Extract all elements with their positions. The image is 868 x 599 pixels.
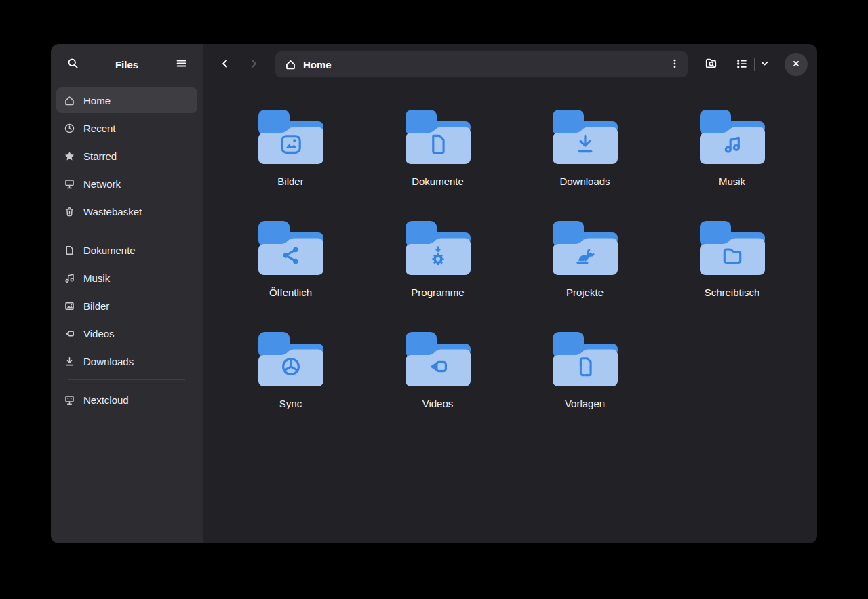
server-icon [63, 394, 75, 406]
folder-icon [700, 110, 765, 167]
tools-emblem-icon [573, 243, 597, 268]
chevron-down-icon [760, 58, 770, 70]
folder-icon [258, 332, 323, 389]
folder-vorlagen[interactable]: Vorlagen [511, 332, 658, 409]
sidebar-item-bilder[interactable]: Bilder [56, 293, 197, 318]
back-button[interactable] [213, 52, 237, 77]
folder-label: Schreibtisch [705, 287, 760, 298]
download-emblem-icon [573, 132, 597, 157]
forward-icon [248, 58, 259, 71]
view-switcher [730, 52, 774, 77]
folder-icon [406, 110, 471, 167]
music-emblem-icon [720, 132, 745, 157]
file-grid: BilderDokumenteDownloadsMusikÖffentlichP… [203, 85, 817, 409]
path-bar[interactable]: Home [275, 51, 688, 77]
files-window: Files HomeRecentStarredNetworkWastebaske… [51, 44, 817, 543]
sidebar-item-label: Bilder [83, 300, 109, 312]
folder-schreibtisch[interactable]: Schreibtisch [658, 221, 806, 298]
folder-label: Projekte [566, 287, 604, 298]
folder-offentlich[interactable]: Öffentlich [217, 221, 364, 298]
clock-icon [63, 122, 75, 134]
folder-label: Sync [279, 398, 302, 409]
folder-label: Vorlagen [565, 398, 605, 409]
sidebar-item-label: Home [83, 95, 111, 106]
folder-icon [700, 221, 765, 278]
sidebar: Files HomeRecentStarredNetworkWastebaske… [51, 44, 203, 543]
folder-label: Programme [411, 287, 464, 298]
path-location: Home [303, 59, 662, 70]
folder-icon [553, 110, 618, 167]
forward-button[interactable] [241, 52, 266, 77]
sidebar-item-recent[interactable]: Recent [56, 115, 197, 141]
sidebar-separator [68, 379, 185, 380]
sidebar-item-videos[interactable]: Videos [56, 321, 197, 346]
sidebar-item-downloads[interactable]: Downloads [56, 348, 197, 374]
sidebar-item-label: Dokumente [83, 245, 136, 256]
trash-icon [63, 205, 75, 218]
star-icon [63, 150, 75, 162]
network-icon [63, 178, 75, 190]
template-emblem-icon [573, 354, 597, 379]
sidebar-item-label: Wastebasket [83, 206, 142, 218]
folder-search-icon [705, 57, 717, 72]
close-icon [791, 59, 801, 70]
sidebar-item-wastebasket[interactable]: Wastebasket [56, 199, 197, 224]
main-menu-button[interactable] [169, 52, 193, 77]
sidebar-item-starred[interactable]: Starred [56, 143, 197, 169]
folder-icon [406, 221, 471, 278]
folder-label: Öffentlich [269, 287, 312, 298]
sidebar-item-dokumente[interactable]: Dokumente [56, 237, 197, 263]
list-view-button[interactable] [730, 52, 754, 77]
sidebar-item-musik[interactable]: Musik [56, 265, 197, 291]
view-options-button[interactable] [755, 52, 774, 77]
kebab-icon [669, 58, 680, 71]
sidebar-item-label: Recent [83, 123, 116, 134]
sidebar-item-label: Videos [83, 328, 115, 339]
folder-videos[interactable]: Videos [364, 332, 511, 409]
sidebar-item-label: Nextcloud [83, 394, 129, 406]
folder-label: Videos [422, 398, 454, 409]
folder-icon [553, 332, 618, 389]
video-icon [63, 327, 75, 339]
document-icon [63, 244, 75, 256]
folder-musik[interactable]: Musik [658, 110, 806, 187]
search-button[interactable] [60, 52, 85, 77]
folder-label: Musik [719, 175, 745, 187]
home-icon [285, 59, 296, 70]
home-icon [63, 94, 75, 106]
folder-projekte[interactable]: Projekte [511, 221, 658, 298]
document-emblem-icon [426, 132, 450, 157]
folder-sync[interactable]: Sync [217, 332, 364, 409]
share-emblem-icon [279, 243, 303, 268]
headerbar: Home [203, 44, 817, 85]
sidebar-header: Files [51, 44, 203, 85]
sidebar-item-label: Musik [83, 272, 110, 284]
sidebar-item-network[interactable]: Network [56, 171, 197, 197]
sync-emblem-icon [279, 354, 303, 379]
path-menu-button[interactable] [662, 51, 688, 77]
video-emblem-icon [426, 354, 450, 379]
folder-downloads[interactable]: Downloads [511, 110, 658, 187]
hamburger-icon [176, 58, 187, 71]
sidebar-item-label: Network [83, 178, 121, 190]
content-pane: Home [203, 44, 817, 543]
sidebar-item-nextcloud[interactable]: Nextcloud [56, 387, 197, 413]
folder-dokumente[interactable]: Dokumente [364, 110, 511, 187]
close-button[interactable] [785, 53, 808, 76]
app-title: Files [115, 59, 138, 70]
image-icon [63, 300, 75, 312]
search-location-button[interactable] [698, 52, 723, 77]
image-emblem-icon [279, 132, 303, 157]
folder-bilder[interactable]: Bilder [217, 110, 364, 187]
folder-label: Bilder [277, 175, 303, 187]
sidebar-item-label: Downloads [83, 356, 134, 367]
folder-emblem-icon [720, 243, 745, 268]
sidebar-item-label: Starred [83, 150, 117, 162]
folder-icon [258, 110, 323, 167]
music-icon [63, 272, 75, 284]
list-view-icon [736, 58, 748, 72]
folder-label: Downloads [559, 175, 610, 187]
folder-programme[interactable]: Programme [364, 221, 511, 298]
sidebar-item-home[interactable]: Home [56, 87, 197, 113]
download-icon [63, 355, 75, 367]
